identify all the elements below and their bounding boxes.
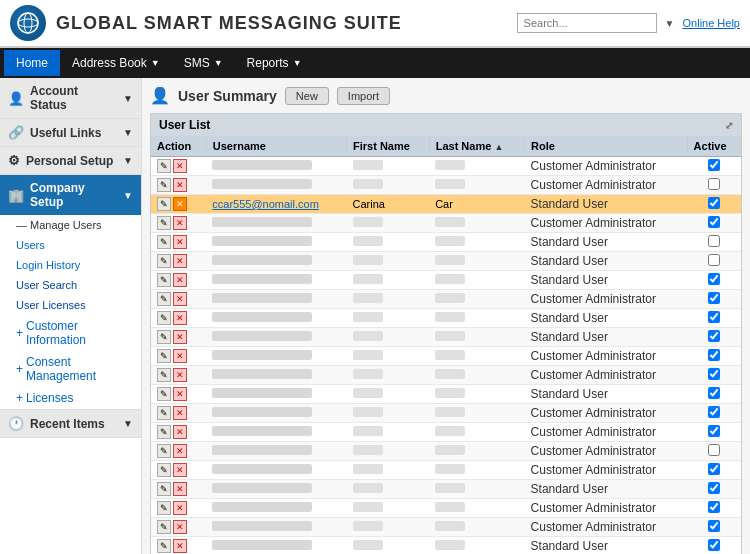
delete-icon[interactable]: ✕ [173,368,187,382]
active-checkbox[interactable] [708,368,720,380]
import-button[interactable]: Import [337,87,390,105]
edit-icon[interactable]: ✎ [157,501,171,515]
delete-icon[interactable]: ✕ [173,216,187,230]
edit-icon[interactable]: ✎ [157,482,171,496]
edit-icon[interactable]: ✎ [157,178,171,192]
active-checkbox[interactable] [708,539,720,551]
sidebar-item-user-search[interactable]: User Search [0,275,141,295]
delete-icon[interactable]: ✕ [173,235,187,249]
col-lastname[interactable]: Last Name ▲ [429,136,524,157]
edit-icon[interactable]: ✎ [157,406,171,420]
nav-address-book[interactable]: Address Book ▼ [60,50,172,76]
delete-icon[interactable]: ✕ [173,292,187,306]
edit-icon[interactable]: ✎ [157,368,171,382]
active-checkbox[interactable] [708,330,720,342]
edit-icon[interactable]: ✎ [157,254,171,268]
active-checkbox[interactable] [708,292,720,304]
personal-setup-chevron: ▼ [123,155,133,166]
delete-icon[interactable]: ✕ [173,330,187,344]
delete-icon[interactable]: ✕ [173,349,187,363]
new-button[interactable]: New [285,87,329,105]
active-checkbox[interactable] [708,406,720,418]
active-checkbox[interactable] [708,235,720,247]
delete-icon[interactable]: ✕ [173,425,187,439]
active-checkbox[interactable] [708,425,720,437]
svg-point-2 [18,19,38,27]
active-checkbox[interactable] [708,444,720,456]
col-username[interactable]: Username [206,136,346,157]
role-text: Customer Administrator [531,159,656,173]
sidebar-useful-links-header[interactable]: 🔗 Useful Links ▼ [0,119,141,146]
edit-icon[interactable]: ✎ [157,444,171,458]
role-text: Customer Administrator [531,368,656,382]
edit-icon[interactable]: ✎ [157,349,171,363]
active-checkbox[interactable] [708,273,720,285]
sidebar-personal-setup-header[interactable]: ⚙ Personal Setup ▼ [0,147,141,174]
sidebar-item-customer-info[interactable]: + Customer Information [0,315,141,351]
delete-icon[interactable]: ✕ [173,387,187,401]
delete-icon[interactable]: ✕ [173,178,187,192]
nav-reports[interactable]: Reports ▼ [235,50,314,76]
active-checkbox[interactable] [708,463,720,475]
delete-icon[interactable]: ✕ [173,539,187,553]
active-checkbox[interactable] [708,178,720,190]
sidebar-company-setup-header[interactable]: 🏢 Company Setup ▼ [0,175,141,215]
active-checkbox[interactable] [708,349,720,361]
sidebar-item-consent-management[interactable]: + Consent Management [0,351,141,387]
table-row: ✎ ✕ ccar555@nomail.comCarinaCarStandard … [151,195,741,214]
active-checkbox[interactable] [708,216,720,228]
edit-icon[interactable]: ✎ [157,235,171,249]
col-firstname[interactable]: First Name [347,136,430,157]
edit-icon[interactable]: ✎ [157,292,171,306]
active-checkbox[interactable] [708,520,720,532]
edit-icon[interactable]: ✎ [157,273,171,287]
delete-icon[interactable]: ✕ [173,463,187,477]
delete-icon[interactable]: ✕ [173,197,187,211]
sidebar-item-login-history[interactable]: Login History [0,255,141,275]
role-cell: Customer Administrator [525,214,688,233]
edit-icon[interactable]: ✎ [157,539,171,553]
resize-icon[interactable]: ⤢ [725,120,733,131]
edit-icon[interactable]: ✎ [157,425,171,439]
filter-icon[interactable]: ▼ [665,18,675,29]
sidebar-item-users[interactable]: Users [0,235,141,255]
col-active[interactable]: Active [687,136,741,157]
col-role[interactable]: Role [525,136,688,157]
delete-icon[interactable]: ✕ [173,159,187,173]
active-checkbox[interactable] [708,254,720,266]
delete-icon[interactable]: ✕ [173,406,187,420]
sidebar-item-user-licenses[interactable]: User Licenses [0,295,141,315]
edit-icon[interactable]: ✎ [157,387,171,401]
edit-icon[interactable]: ✎ [157,159,171,173]
delete-icon[interactable]: ✕ [173,444,187,458]
username-link[interactable]: ccar555@nomail.com [212,198,319,210]
nav-home[interactable]: Home [4,50,60,76]
delete-icon[interactable]: ✕ [173,254,187,268]
edit-icon[interactable]: ✎ [157,520,171,534]
delete-icon[interactable]: ✕ [173,273,187,287]
delete-icon[interactable]: ✕ [173,520,187,534]
active-checkbox[interactable] [708,482,720,494]
col-action[interactable]: Action [151,136,206,157]
active-checkbox[interactable] [708,197,720,209]
sidebar-item-licenses[interactable]: + Licenses [0,387,141,409]
username-cell [206,157,346,176]
delete-icon[interactable]: ✕ [173,501,187,515]
active-cell [687,404,741,423]
edit-icon[interactable]: ✎ [157,197,171,211]
online-help-link[interactable]: Online Help [683,17,740,29]
delete-icon[interactable]: ✕ [173,482,187,496]
active-checkbox[interactable] [708,159,720,171]
sidebar-recent-items-header[interactable]: 🕐 Recent Items ▼ [0,410,141,437]
global-search-input[interactable] [517,13,657,33]
edit-icon[interactable]: ✎ [157,463,171,477]
edit-icon[interactable]: ✎ [157,216,171,230]
edit-icon[interactable]: ✎ [157,330,171,344]
active-checkbox[interactable] [708,387,720,399]
active-checkbox[interactable] [708,501,720,513]
edit-icon[interactable]: ✎ [157,311,171,325]
nav-sms[interactable]: SMS ▼ [172,50,235,76]
sidebar-account-status-header[interactable]: 👤 Account Status ▼ [0,78,141,118]
delete-icon[interactable]: ✕ [173,311,187,325]
active-checkbox[interactable] [708,311,720,323]
